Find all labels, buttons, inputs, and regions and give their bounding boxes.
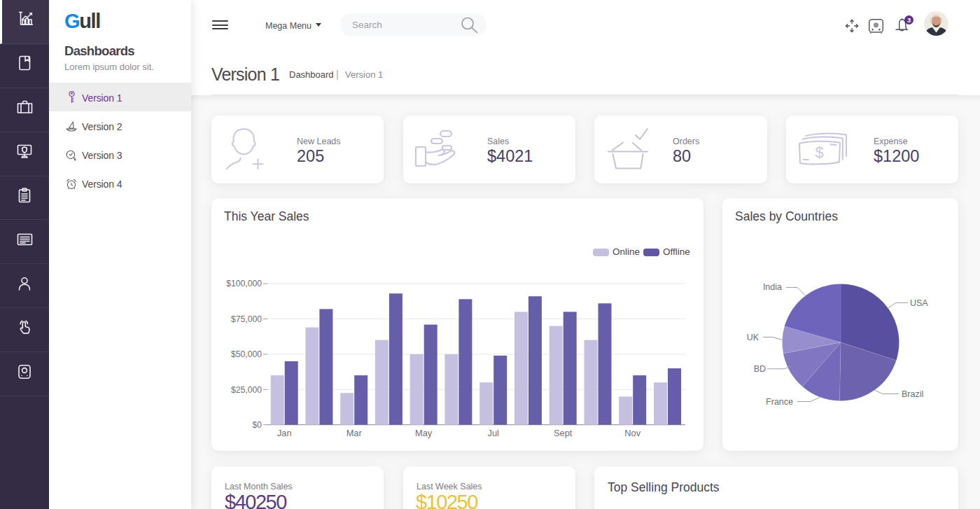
svg-text:$0: $0 <box>252 420 262 430</box>
svg-text:Sept: Sept <box>554 428 573 438</box>
svg-text:UK: UK <box>747 333 760 342</box>
svg-text:$25,000: $25,000 <box>231 385 262 395</box>
svg-text:Mar: Mar <box>346 428 363 438</box>
svg-text:Jul: Jul <box>488 428 499 438</box>
svg-text:BD: BD <box>754 364 766 374</box>
svg-text:$75,000: $75,000 <box>231 314 262 324</box>
svg-text:$: $ <box>815 144 823 161</box>
svg-text:France: France <box>766 397 793 407</box>
svg-text:Brazil: Brazil <box>902 389 923 399</box>
svg-text:Nov: Nov <box>624 428 640 438</box>
svg-text:Jan: Jan <box>277 428 292 438</box>
svg-text:$100,000: $100,000 <box>226 279 262 288</box>
svg-text:India: India <box>763 282 782 292</box>
svg-text:USA: USA <box>910 298 928 308</box>
svg-text:$50,000: $50,000 <box>231 349 262 359</box>
svg-text:May: May <box>415 428 433 438</box>
